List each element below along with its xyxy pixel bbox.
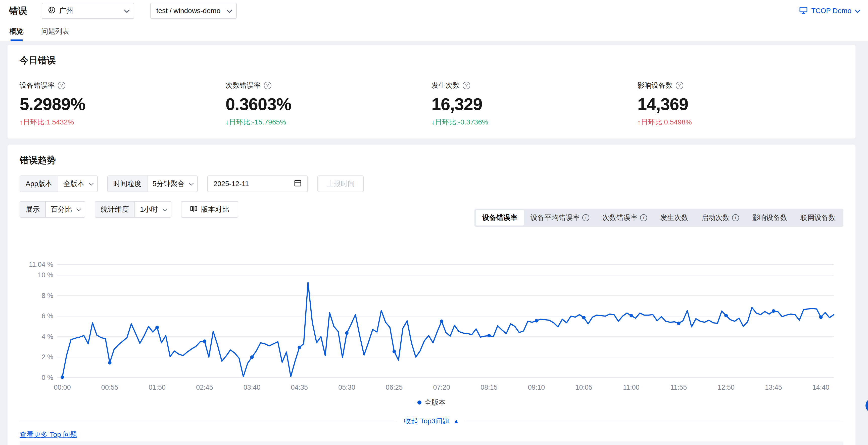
metric-tab-device-avg-error-rate[interactable]: 设备平均错误率i bbox=[524, 210, 596, 226]
arrow-down-icon: ↓ bbox=[226, 118, 229, 126]
date-value: 2025-12-11 bbox=[213, 180, 249, 188]
stat-dimension-value: 1小时 bbox=[140, 205, 158, 214]
version-compare-label: 版本对比 bbox=[201, 205, 229, 214]
metric-tab-device-error-rate[interactable]: 设备错误率 bbox=[476, 210, 524, 226]
metric-tab-online-devices[interactable]: 联网设备数 bbox=[794, 210, 842, 226]
app-version-select[interactable]: App版本 全版本 bbox=[20, 176, 98, 192]
svg-text:2 %: 2 % bbox=[41, 353, 53, 361]
display-mode-select[interactable]: 展示 百分比 bbox=[20, 201, 85, 218]
stat-dimension-select[interactable]: 统计维度 1小时 bbox=[95, 201, 172, 218]
metric-label: 次数错误率 bbox=[226, 81, 261, 90]
region-select-value: 广州 bbox=[59, 6, 73, 16]
top-issues-table: 2025-12-11 15:00 ~ 15:05 Top3 问题 (按影响设备数… bbox=[20, 442, 843, 445]
metric-delta: ↓日环比:-15.7965% bbox=[226, 117, 432, 127]
metric-count-error-rate: 次数错误率 ? 0.3603% ↓日环比:-15.7965% bbox=[226, 81, 432, 127]
filter-row-1: App版本 全版本 时间粒度 5分钟聚合 2025-12-11 bbox=[20, 176, 843, 192]
app-select[interactable]: test / windows-demo bbox=[150, 3, 237, 19]
view-more-top-issues-link[interactable]: 查看更多 Top 问题 bbox=[20, 430, 77, 440]
svg-text:6 %: 6 % bbox=[41, 312, 53, 320]
svg-text:0 %: 0 % bbox=[41, 374, 53, 381]
app-select-value: test / windows-demo bbox=[156, 7, 220, 15]
calendar-icon bbox=[294, 179, 302, 189]
help-icon[interactable]: ? bbox=[264, 82, 271, 89]
page-title: 错误 bbox=[9, 5, 27, 17]
metric-occurrences: 发生次数 ? 16,329 ↓日环比:-0.3736% bbox=[432, 81, 638, 127]
svg-text:09:10: 09:10 bbox=[528, 384, 545, 391]
chart-legend[interactable]: 全版本 bbox=[20, 398, 843, 407]
info-icon[interactable]: i bbox=[582, 214, 589, 221]
page-content: 今日错误 设备错误率 ? 5.2989% ↑日环比:1.5432% 次数错误率 … bbox=[0, 41, 868, 445]
svg-text:05:30: 05:30 bbox=[338, 384, 355, 391]
display-label: 展示 bbox=[20, 202, 46, 217]
svg-text:10:05: 10:05 bbox=[575, 384, 592, 391]
collapse-top3-link[interactable]: 收起 Top3问题 ▲ bbox=[398, 416, 465, 426]
info-icon[interactable]: i bbox=[640, 214, 647, 221]
arrow-up-icon: ↑ bbox=[20, 118, 23, 126]
tab-overview[interactable]: 概览 bbox=[9, 22, 24, 41]
metric-value: 5.2989% bbox=[20, 94, 226, 114]
metric-label: 影响设备数 bbox=[638, 81, 673, 90]
svg-text:4 %: 4 % bbox=[41, 333, 53, 340]
divider bbox=[20, 421, 398, 421]
svg-text:11.04 %: 11.04 % bbox=[29, 261, 53, 268]
svg-text:13:45: 13:45 bbox=[765, 384, 782, 391]
help-icon[interactable]: ? bbox=[58, 82, 65, 89]
metric-tab-occurrences[interactable]: 发生次数 bbox=[654, 210, 695, 226]
account-name: TCOP Demo bbox=[811, 7, 851, 15]
metric-tab-affected-devices[interactable]: 影响设备数 bbox=[746, 210, 794, 226]
monitor-icon bbox=[799, 6, 808, 16]
region-select[interactable]: 广州 bbox=[42, 3, 134, 19]
error-trend-card: 错误趋势 App版本 全版本 时间粒度 5分钟聚合 2025-12-11 bbox=[7, 145, 856, 445]
svg-text:12:50: 12:50 bbox=[717, 384, 735, 391]
svg-text:10 %: 10 % bbox=[38, 271, 53, 279]
chevron-down-icon bbox=[163, 206, 167, 211]
metric-tab-launch-count[interactable]: 启动次数i bbox=[695, 210, 746, 226]
arrow-down-icon: ↓ bbox=[432, 118, 435, 126]
today-errors-card: 今日错误 设备错误率 ? 5.2989% ↑日环比:1.5432% 次数错误率 … bbox=[7, 45, 856, 139]
help-icon[interactable]: ? bbox=[463, 82, 470, 89]
metric-tab-count-error-rate[interactable]: 次数错误率i bbox=[596, 210, 654, 226]
metric-value: 14,369 bbox=[638, 94, 844, 114]
triangle-up-icon: ▲ bbox=[453, 418, 459, 424]
filter-row-2: 展示 百分比 统计维度 1小时 bbox=[20, 201, 843, 227]
report-time-button[interactable]: 上报时间 bbox=[317, 176, 364, 192]
chevron-down-icon bbox=[124, 7, 130, 13]
svg-text:01:50: 01:50 bbox=[149, 384, 166, 391]
app-header: 错误 广州 test / windows-demo bbox=[0, 0, 868, 22]
metrics-row: 设备错误率 ? 5.2989% ↑日环比:1.5432% 次数错误率 ? 0.3… bbox=[20, 81, 843, 127]
svg-text:06:25: 06:25 bbox=[386, 384, 403, 391]
metric-delta: ↑日环比:0.5498% bbox=[638, 117, 844, 127]
tab-issue-list[interactable]: 问题列表 bbox=[41, 22, 69, 41]
svg-text:8 %: 8 % bbox=[41, 292, 53, 299]
globe-icon bbox=[48, 6, 56, 16]
metric-label: 发生次数 bbox=[432, 81, 460, 90]
trend-chart[interactable]: 0 %2 %4 %6 %8 %10 %11.04 %00:0000:5501:5… bbox=[20, 257, 843, 396]
metric-device-error-rate: 设备错误率 ? 5.2989% ↑日环比:1.5432% bbox=[20, 81, 226, 127]
metric-delta: ↑日环比:1.5432% bbox=[20, 117, 226, 127]
svg-text:00:00: 00:00 bbox=[54, 384, 71, 391]
granularity-select[interactable]: 时间粒度 5分钟聚合 bbox=[107, 176, 198, 192]
chevron-down-icon bbox=[76, 206, 81, 211]
svg-text:07:20: 07:20 bbox=[433, 384, 450, 391]
svg-text:04:35: 04:35 bbox=[291, 384, 308, 391]
metric-delta: ↓日环比:-0.3736% bbox=[432, 117, 638, 127]
date-picker[interactable]: 2025-12-11 bbox=[207, 176, 308, 192]
svg-text:00:55: 00:55 bbox=[101, 384, 118, 391]
legend-label: 全版本 bbox=[425, 398, 445, 407]
arrow-up-icon: ↑ bbox=[638, 118, 641, 126]
info-icon[interactable]: i bbox=[732, 214, 739, 221]
error-trend-title: 错误趋势 bbox=[20, 154, 843, 167]
display-value: 百分比 bbox=[51, 205, 72, 214]
metric-value: 16,329 bbox=[432, 94, 638, 114]
metric-affected-devices: 影响设备数 ? 14,369 ↑日环比:0.5498% bbox=[638, 81, 844, 127]
app-version-value: 全版本 bbox=[63, 179, 85, 188]
version-compare-button[interactable]: 版本对比 bbox=[181, 201, 238, 218]
chevron-down-icon bbox=[855, 7, 861, 13]
account-menu[interactable]: TCOP Demo bbox=[799, 6, 859, 16]
help-icon[interactable]: ? bbox=[676, 82, 683, 89]
legend-dot-icon bbox=[417, 400, 422, 405]
metric-value: 0.3603% bbox=[226, 94, 432, 114]
granularity-value: 5分钟聚合 bbox=[153, 179, 185, 188]
chevron-down-icon bbox=[227, 7, 232, 13]
collapse-row: 收起 Top3问题 ▲ bbox=[20, 416, 843, 426]
